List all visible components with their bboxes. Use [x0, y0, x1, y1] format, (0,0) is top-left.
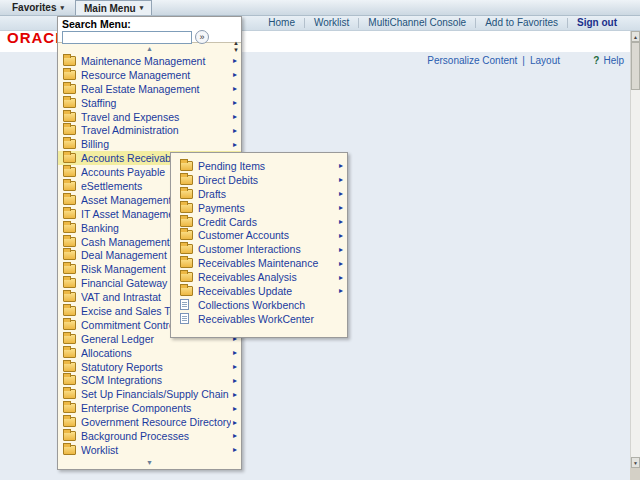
favorites-button[interactable]: Favorites ▾ [4, 0, 72, 15]
double-arrow-icon: » [199, 33, 204, 42]
menu-item[interactable]: Real Estate Management ▸ [58, 82, 241, 96]
worklist-link[interactable]: Worklist [304, 18, 358, 28]
menu-item-label: Enterprise Components [81, 402, 231, 414]
submenu-item-label: Pending Items [198, 160, 337, 172]
submenu-item[interactable]: Pending Items ▸ [175, 159, 347, 173]
doc-icon [180, 313, 189, 324]
folder-icon [63, 278, 76, 288]
folder-icon [180, 286, 193, 296]
help-link[interactable]: ? Help [593, 55, 624, 66]
scrollbar-down-button[interactable]: ▼ [631, 457, 640, 468]
folder-icon [63, 389, 76, 399]
menu-item[interactable]: Government Resource Directory ▸ [58, 415, 241, 429]
submenu-item-label: Receivables WorkCenter [198, 313, 337, 325]
folder-icon [180, 203, 193, 213]
submenu-item-label: Credit Cards [198, 216, 337, 228]
menu-item[interactable]: Background Processes ▸ [58, 429, 241, 443]
sign-out-link[interactable]: Sign out [567, 18, 626, 28]
folder-icon [63, 417, 76, 427]
accounts-receivable-submenu: Pending Items ▸ Direct Debits ▸ Drafts ▸… [170, 152, 348, 338]
submenu-arrow-icon: ▸ [339, 273, 343, 282]
submenu-item[interactable]: Receivables WorkCenter ▸ [175, 312, 347, 326]
submenu-item[interactable]: Direct Debits ▸ [175, 173, 347, 187]
folder-icon [63, 125, 76, 135]
submenu-arrow-icon: ▸ [339, 217, 343, 226]
scroll-up-icon: ▲ [233, 40, 239, 47]
menu-item[interactable]: Set Up Financials/Supply Chain ▸ [58, 387, 241, 401]
menu-item[interactable]: Statutory Reports ▸ [58, 360, 241, 374]
folder-icon [63, 139, 76, 149]
submenu-arrow-icon: ▸ [233, 390, 237, 399]
submenu-item[interactable]: Payments ▸ [175, 201, 347, 215]
menu-item-label: Background Processes [81, 430, 231, 442]
menu-item[interactable]: Allocations ▸ [58, 346, 241, 360]
submenu-item[interactable]: Customer Interactions ▸ [175, 242, 347, 256]
submenu-item[interactable]: Collections Workbench ▸ [175, 298, 347, 312]
folder-icon [180, 217, 193, 227]
menu-scroll-control[interactable]: ▲ ▼ [233, 40, 239, 54]
multichannel-console-link[interactable]: MultiChannel Console [358, 18, 475, 28]
menu-item[interactable]: Maintenance Management ▸ [58, 54, 241, 68]
triangle-down-icon: ▼ [146, 459, 153, 466]
submenu-arrow-icon: ▸ [233, 112, 237, 121]
folder-icon [63, 84, 76, 94]
submenu-item[interactable]: Customer Accounts ▸ [175, 228, 347, 242]
menu-item[interactable]: Billing ▸ [58, 137, 241, 151]
scrollbar-thumb[interactable] [631, 42, 640, 90]
submenu-item[interactable]: Receivables Maintenance ▸ [175, 256, 347, 270]
folder-icon [63, 334, 76, 344]
folder-icon [63, 181, 76, 191]
home-link[interactable]: Home [259, 18, 304, 28]
menu-item[interactable]: Staffing ▸ [58, 96, 241, 110]
folder-icon [63, 153, 76, 163]
submenu-item-label: Receivables Maintenance [198, 257, 337, 269]
folder-icon [63, 98, 76, 108]
folder-icon [63, 237, 76, 247]
submenu-item-label: Receivables Update [198, 285, 337, 297]
add-to-favorites-link[interactable]: Add to Favorites [475, 18, 567, 28]
folder-icon [63, 292, 76, 302]
submenu-arrow-icon: ▸ [233, 362, 237, 371]
personalize-content-link[interactable]: Personalize Content [427, 55, 517, 66]
submenu-item-label: Drafts [198, 188, 337, 200]
menu-item[interactable]: Enterprise Components ▸ [58, 401, 241, 415]
vertical-scrollbar[interactable]: ▲ ▼ [630, 31, 640, 468]
menu-scroll-down-button[interactable]: ▼ [58, 457, 241, 468]
menu-item[interactable]: Travel and Expenses ▸ [58, 110, 241, 124]
submenu-arrow-icon: ▸ [339, 245, 343, 254]
menu-item[interactable]: Travel Administration ▸ [58, 123, 241, 137]
menu-item-label: Staffing [81, 97, 231, 109]
menu-scroll-up-button[interactable]: ▲ [58, 43, 241, 54]
main-menu-button[interactable]: Main Menu ▾ [75, 0, 152, 15]
menu-item-label: Maintenance Management [81, 55, 231, 67]
submenu-item[interactable]: Receivables Update ▸ [175, 284, 347, 298]
submenu-item-label: Receivables Analysis [198, 271, 337, 283]
menu-item[interactable]: Resource Management ▸ [58, 68, 241, 82]
search-go-button[interactable]: » [195, 30, 209, 44]
folder-icon [63, 250, 76, 260]
folder-icon [63, 195, 76, 205]
help-label: Help [603, 55, 624, 66]
submenu-arrow-icon: ▸ [233, 56, 237, 65]
scrollbar-corner [630, 468, 640, 480]
submenu-item-label: Payments [198, 202, 337, 214]
submenu-item[interactable]: Credit Cards ▸ [175, 215, 347, 229]
submenu-item-label: Collections Workbench [198, 299, 337, 311]
submenu-arrow-icon: ▸ [339, 231, 343, 240]
submenu-arrow-icon: ▸ [233, 348, 237, 357]
folder-icon [63, 209, 76, 219]
submenu-item[interactable]: Receivables Analysis ▸ [175, 270, 347, 284]
menu-item[interactable]: Worklist ▸ [58, 443, 241, 457]
folder-icon [63, 56, 76, 66]
submenu-arrow-icon: ▸ [233, 404, 237, 413]
submenu-arrow-icon: ▸ [339, 189, 343, 198]
scrollbar-up-button[interactable]: ▲ [631, 31, 640, 42]
layout-link[interactable]: Layout [530, 55, 560, 66]
menu-item-label: Statutory Reports [81, 361, 231, 373]
submenu-item[interactable]: Drafts ▸ [175, 187, 347, 201]
caret-down-icon: ▾ [140, 4, 144, 12]
menu-search-input[interactable] [62, 31, 192, 44]
menu-item-label: Travel and Expenses [81, 111, 231, 123]
submenu-arrow-icon: ▸ [233, 126, 237, 135]
menu-item[interactable]: SCM Integrations ▸ [58, 373, 241, 387]
